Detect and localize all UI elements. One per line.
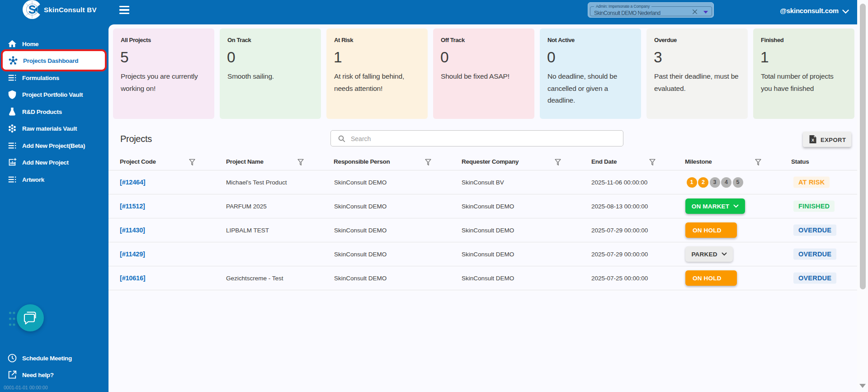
- svg-text:S: S: [28, 3, 36, 16]
- svg-text:X: X: [811, 138, 814, 142]
